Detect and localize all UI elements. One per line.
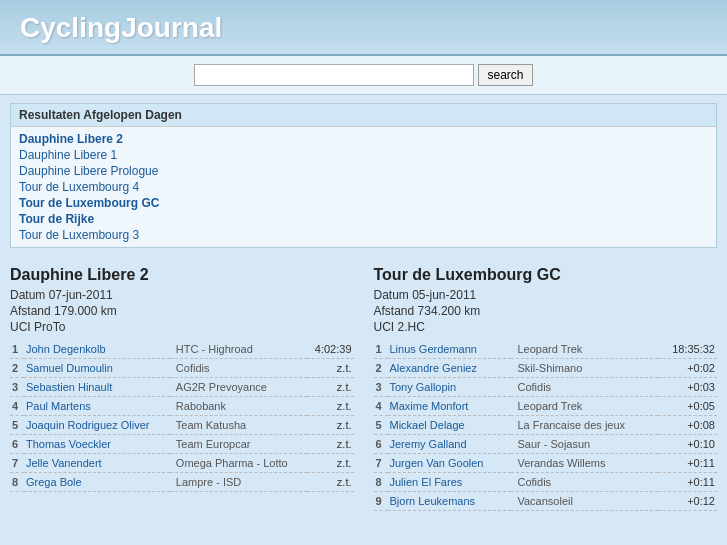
result-name[interactable]: Jelle Vanendert — [24, 454, 170, 473]
table-row: 1Linus GerdemannLeopard Trek18:35:32 — [374, 340, 718, 359]
recent-link[interactable]: Tour de Luxembourg 4 — [19, 179, 708, 195]
table-row: 5Joaquin Rodriguez OliverTeam Katushaz.t… — [10, 416, 354, 435]
result-position: 7 — [374, 454, 388, 473]
table-row: 2Alexandre GeniezSkil-Shimano+0:02 — [374, 359, 718, 378]
site-title: CyclingJournal — [20, 12, 707, 44]
result-name[interactable]: Mickael Delage — [388, 416, 512, 435]
result-name[interactable]: John Degenkolb — [24, 340, 170, 359]
result-time: z.t. — [307, 359, 354, 378]
result-name[interactable]: Sebastien Hinault — [24, 378, 170, 397]
race-left: Dauphine Libere 2 Datum 07-jun-2011 Afst… — [10, 266, 354, 511]
table-row: 7Jelle VanendertOmega Pharma - Lottoz.t. — [10, 454, 354, 473]
result-team: Team Katusha — [170, 416, 307, 435]
result-name[interactable]: Paul Martens — [24, 397, 170, 416]
search-input[interactable] — [194, 64, 474, 86]
result-position: 4 — [374, 397, 388, 416]
result-time: z.t. — [307, 473, 354, 492]
result-team: HTC - Highroad — [170, 340, 307, 359]
race-right-table: 1Linus GerdemannLeopard Trek18:35:322Ale… — [374, 340, 718, 511]
recent-results-title: Resultaten Afgelopen Dagen — [11, 104, 716, 127]
result-time: +0:08 — [658, 416, 717, 435]
result-position: 6 — [10, 435, 24, 454]
table-row: 2Samuel DumoulinCofidisz.t. — [10, 359, 354, 378]
result-team: AG2R Prevoyance — [170, 378, 307, 397]
result-name[interactable]: Joaquin Rodriguez Oliver — [24, 416, 170, 435]
result-name[interactable]: Julien El Fares — [388, 473, 512, 492]
table-row: 3Sebastien HinaultAG2R Prevoyancez.t. — [10, 378, 354, 397]
recent-link[interactable]: Dauphine Libere Prologue — [19, 163, 708, 179]
race-left-title: Dauphine Libere 2 — [10, 266, 354, 284]
result-team: Vacansoleil — [511, 492, 657, 511]
result-position: 2 — [374, 359, 388, 378]
race-left-afstand: Afstand 179.000 km — [10, 304, 354, 318]
result-time: +0:05 — [658, 397, 717, 416]
result-name[interactable]: Tony Gallopin — [388, 378, 512, 397]
result-position: 5 — [374, 416, 388, 435]
result-time: +0:10 — [658, 435, 717, 454]
result-time: z.t. — [307, 416, 354, 435]
result-name[interactable]: Jeremy Galland — [388, 435, 512, 454]
table-row: 7Jurgen Van GoolenVerandas Willems+0:11 — [374, 454, 718, 473]
race-right-uci: UCI 2.HC — [374, 320, 718, 334]
result-time: z.t. — [307, 397, 354, 416]
result-position: 9 — [374, 492, 388, 511]
main-content: Dauphine Libere 2 Datum 07-jun-2011 Afst… — [0, 256, 727, 521]
result-name[interactable]: Linus Gerdemann — [388, 340, 512, 359]
recent-link[interactable]: Dauphine Libere 1 — [19, 147, 708, 163]
result-position: 2 — [10, 359, 24, 378]
table-row: 8Grega BoleLampre - ISDz.t. — [10, 473, 354, 492]
result-time: +0:12 — [658, 492, 717, 511]
table-row: 8Julien El FaresCofidis+0:11 — [374, 473, 718, 492]
recent-link[interactable]: Dauphine Libere 2 — [19, 131, 708, 147]
result-position: 3 — [10, 378, 24, 397]
result-team: La Francaise des jeux — [511, 416, 657, 435]
search-button[interactable]: search — [478, 64, 532, 86]
recent-link[interactable]: Tour de Rijke — [19, 211, 708, 227]
header: CyclingJournal — [0, 0, 727, 56]
race-left-table: 1John DegenkolbHTC - Highroad4:02:392Sam… — [10, 340, 354, 492]
result-position: 8 — [10, 473, 24, 492]
result-team: Omega Pharma - Lotto — [170, 454, 307, 473]
race-left-uci: UCI ProTo — [10, 320, 354, 334]
result-team: Lampre - ISD — [170, 473, 307, 492]
result-name[interactable]: Maxime Monfort — [388, 397, 512, 416]
result-position: 1 — [10, 340, 24, 359]
result-name[interactable]: Alexandre Geniez — [388, 359, 512, 378]
result-time: z.t. — [307, 435, 354, 454]
recent-results-panel: Resultaten Afgelopen Dagen Dauphine Libe… — [10, 103, 717, 248]
result-team: Leopard Trek — [511, 340, 657, 359]
result-time: +0:11 — [658, 473, 717, 492]
table-row: 6Thomas VoecklerTeam Europcarz.t. — [10, 435, 354, 454]
result-team: Rabobank — [170, 397, 307, 416]
result-position: 3 — [374, 378, 388, 397]
table-row: 1John DegenkolbHTC - Highroad4:02:39 — [10, 340, 354, 359]
race-left-datum: Datum 07-jun-2011 — [10, 288, 354, 302]
result-position: 1 — [374, 340, 388, 359]
result-name[interactable]: Thomas Voeckler — [24, 435, 170, 454]
result-name[interactable]: Grega Bole — [24, 473, 170, 492]
result-team: Team Europcar — [170, 435, 307, 454]
result-time: +0:03 — [658, 378, 717, 397]
table-row: 6Jeremy GallandSaur - Sojasun+0:10 — [374, 435, 718, 454]
search-bar: search — [0, 56, 727, 95]
table-row: 5Mickael DelageLa Francaise des jeux+0:0… — [374, 416, 718, 435]
result-time: z.t. — [307, 378, 354, 397]
table-row: 9Bjorn LeukemansVacansoleil+0:12 — [374, 492, 718, 511]
recent-link[interactable]: Tour de Luxembourg 3 — [19, 227, 708, 243]
recent-link[interactable]: Tour de Luxembourg GC — [19, 195, 708, 211]
result-position: 4 — [10, 397, 24, 416]
result-team: Cofidis — [170, 359, 307, 378]
table-row: 3Tony GallopinCofidis+0:03 — [374, 378, 718, 397]
result-name[interactable]: Jurgen Van Goolen — [388, 454, 512, 473]
recent-links-list: Dauphine Libere 2Dauphine Libere 1Dauphi… — [19, 131, 708, 243]
result-team: Verandas Willems — [511, 454, 657, 473]
result-name[interactable]: Bjorn Leukemans — [388, 492, 512, 511]
result-team: Saur - Sojasun — [511, 435, 657, 454]
result-time: z.t. — [307, 454, 354, 473]
result-time: +0:02 — [658, 359, 717, 378]
result-time: +0:11 — [658, 454, 717, 473]
result-name[interactable]: Samuel Dumoulin — [24, 359, 170, 378]
race-right-afstand: Afstand 734.200 km — [374, 304, 718, 318]
race-right-datum: Datum 05-jun-2011 — [374, 288, 718, 302]
race-right: Tour de Luxembourg GC Datum 05-jun-2011 … — [374, 266, 718, 511]
